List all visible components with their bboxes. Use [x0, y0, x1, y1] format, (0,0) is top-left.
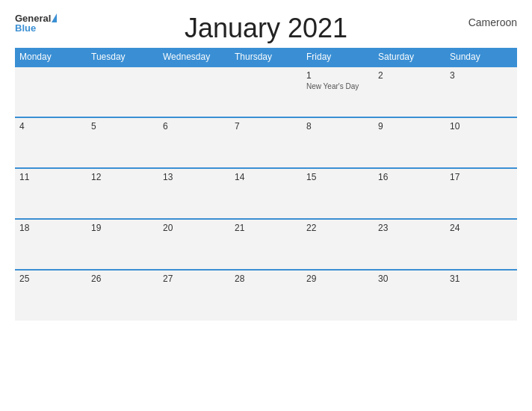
calendar-cell: [87, 67, 158, 117]
calendar-cell: 11: [15, 168, 87, 219]
calendar-title: January 2021: [75, 13, 457, 43]
day-number: 19: [91, 223, 154, 233]
logo-blue: Blue: [15, 23, 36, 33]
day-number: 8: [306, 121, 369, 132]
day-number: 31: [450, 274, 513, 284]
weekday-header-tuesday: Tuesday: [87, 48, 158, 67]
calendar-cell: 1New Year's Day: [302, 67, 374, 117]
calendar-cell: 14: [230, 168, 302, 219]
calendar-cell: 18: [15, 219, 87, 270]
calendar-cell: 31: [445, 270, 517, 321]
holiday-label: New Year's Day: [306, 82, 369, 91]
day-number: 13: [163, 172, 226, 182]
calendar-cell: 22: [302, 219, 374, 270]
week-row-1: 1New Year's Day23: [15, 67, 517, 117]
weekday-header-monday: Monday: [15, 48, 87, 67]
logo-triangle-icon: [52, 13, 57, 22]
calendar-cell: 29: [302, 270, 374, 321]
calendar-cell: 15: [302, 168, 374, 219]
logo: General Blue: [15, 13, 75, 33]
title-area: January 2021: [75, 13, 457, 43]
calendar-cell: 17: [445, 168, 517, 219]
calendar-cell: [15, 67, 87, 117]
day-number: 28: [235, 274, 297, 284]
day-number: 22: [306, 223, 369, 233]
weekday-header-sunday: Sunday: [445, 48, 517, 67]
day-number: 15: [306, 172, 369, 182]
week-row-4: 18192021222324: [15, 219, 517, 270]
day-number: 24: [450, 223, 513, 233]
calendar-cell: 26: [87, 270, 158, 321]
calendar-cell: 23: [374, 219, 445, 270]
calendar-cell: 20: [158, 219, 230, 270]
calendar-cell: 27: [158, 270, 230, 321]
calendar-cell: 30: [374, 270, 445, 321]
day-number: 1: [306, 70, 369, 81]
calendar-cell: [158, 67, 230, 117]
calendar-cell: 10: [445, 117, 517, 168]
day-number: 25: [19, 274, 82, 284]
calendar-cell: [230, 67, 302, 117]
calendar-cell: 25: [15, 270, 87, 321]
calendar-cell: 3: [445, 67, 517, 117]
day-number: 30: [378, 274, 441, 284]
country-label: Cameroon: [457, 16, 517, 28]
weekday-header-thursday: Thursday: [230, 48, 302, 67]
calendar-cell: 8: [302, 117, 374, 168]
day-number: 17: [450, 172, 513, 182]
calendar-cell: 2: [374, 67, 445, 117]
day-number: 7: [235, 121, 297, 132]
week-row-2: 45678910: [15, 117, 517, 168]
day-number: 20: [163, 223, 226, 233]
calendar-cell: 13: [158, 168, 230, 219]
day-number: 16: [378, 172, 441, 182]
day-number: 18: [19, 223, 82, 233]
weekday-header-row: MondayTuesdayWednesdayThursdayFridaySatu…: [15, 48, 517, 67]
calendar-page: General Blue January 2021 Cameroon Monda…: [0, 0, 532, 411]
calendar-cell: 5: [87, 117, 158, 168]
day-number: 10: [450, 121, 513, 132]
day-number: 29: [306, 274, 369, 284]
calendar-cell: 9: [374, 117, 445, 168]
day-number: 23: [378, 223, 441, 233]
header: General Blue January 2021 Cameroon: [15, 13, 517, 43]
calendar-cell: 24: [445, 219, 517, 270]
calendar-cell: 21: [230, 219, 302, 270]
calendar-table: MondayTuesdayWednesdayThursdayFridaySatu…: [15, 48, 517, 321]
day-number: 11: [19, 172, 82, 182]
day-number: 12: [91, 172, 154, 182]
calendar-cell: 16: [374, 168, 445, 219]
day-number: 27: [163, 274, 226, 284]
day-number: 3: [450, 70, 513, 81]
weekday-header-friday: Friday: [302, 48, 374, 67]
day-number: 5: [91, 121, 154, 132]
weekday-header-wednesday: Wednesday: [158, 48, 230, 67]
day-number: 4: [19, 121, 82, 132]
day-number: 14: [235, 172, 297, 182]
week-row-3: 11121314151617: [15, 168, 517, 219]
calendar-cell: 6: [158, 117, 230, 168]
week-row-5: 25262728293031: [15, 270, 517, 321]
weekday-header-saturday: Saturday: [374, 48, 445, 67]
day-number: 21: [235, 223, 297, 233]
day-number: 6: [163, 121, 226, 132]
day-number: 26: [91, 274, 154, 284]
calendar-cell: 19: [87, 219, 158, 270]
calendar-cell: 28: [230, 270, 302, 321]
calendar-cell: 12: [87, 168, 158, 219]
day-number: 9: [378, 121, 441, 132]
calendar-cell: 4: [15, 117, 87, 168]
day-number: 2: [378, 70, 441, 81]
calendar-cell: 7: [230, 117, 302, 168]
